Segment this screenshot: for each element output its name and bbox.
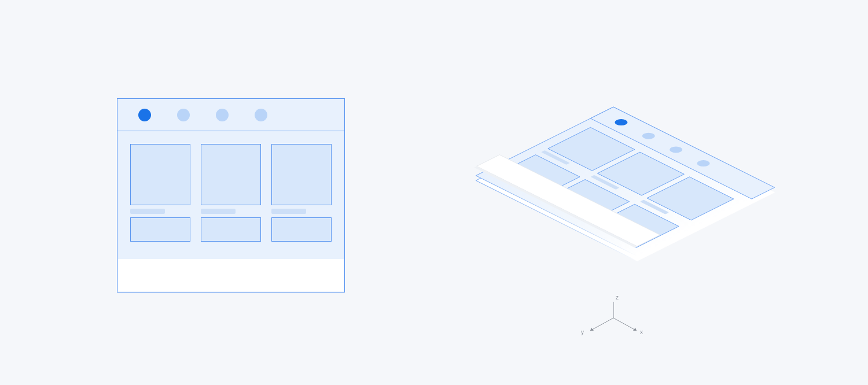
tab-dot-2[interactable] bbox=[177, 109, 190, 121]
card[interactable] bbox=[201, 144, 261, 205]
card[interactable] bbox=[130, 144, 190, 205]
tab-dot-4[interactable] bbox=[255, 109, 267, 121]
card[interactable] bbox=[271, 217, 332, 242]
card-grid bbox=[130, 144, 332, 242]
bottom-sheet-overlay bbox=[118, 259, 344, 291]
axis-label-z: z bbox=[616, 294, 619, 301]
svg-line-4 bbox=[613, 318, 637, 331]
content-area bbox=[117, 131, 344, 292]
flat-window bbox=[117, 98, 345, 293]
tab-dot-3[interactable] bbox=[216, 109, 229, 121]
tab-bar bbox=[117, 99, 344, 131]
card-caption bbox=[201, 209, 236, 214]
tab-dot-1[interactable] bbox=[138, 109, 151, 121]
card[interactable] bbox=[271, 144, 332, 205]
axis-gizmo: z x y bbox=[581, 294, 643, 335]
card-caption bbox=[271, 209, 306, 214]
card-caption bbox=[130, 209, 165, 214]
isometric-view: z x y bbox=[451, 90, 822, 361]
card[interactable] bbox=[201, 217, 261, 242]
svg-line-5 bbox=[590, 318, 613, 331]
card[interactable] bbox=[130, 217, 190, 242]
axis-label-x: x bbox=[640, 329, 643, 335]
axis-label-y: y bbox=[581, 329, 584, 335]
